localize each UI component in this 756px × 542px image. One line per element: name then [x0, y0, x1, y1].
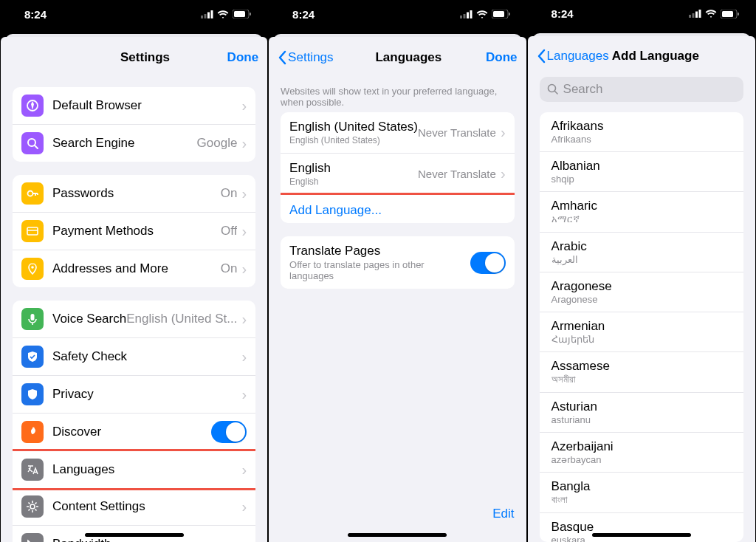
- language-option[interactable]: AragoneseAragonese: [540, 272, 743, 312]
- tab-strip: [1, 28, 267, 41]
- svg-rect-11: [27, 227, 38, 235]
- settings-group: Default Browser›Search EngineGoogle›: [13, 87, 255, 162]
- chevron-right-icon: ›: [241, 349, 247, 366]
- svg-line-9: [35, 145, 38, 148]
- cellular-icon: [460, 10, 472, 18]
- done-button[interactable]: Done: [473, 50, 518, 65]
- bw-icon: [21, 533, 44, 542]
- settings-row-privacy[interactable]: Privacy›: [13, 376, 255, 414]
- svg-line-35: [554, 91, 557, 94]
- chevron-right-icon: ›: [241, 386, 247, 403]
- chevron-right-icon: ›: [241, 261, 247, 278]
- gear-icon: [21, 495, 44, 518]
- back-button[interactable]: Settings: [278, 50, 344, 65]
- settings-group: PasswordsOn›Payment MethodsOff›Addresses…: [13, 175, 255, 287]
- language-option[interactable]: Banglaবাংলা: [540, 473, 743, 513]
- row-value: English (United St...: [126, 312, 237, 326]
- toggle[interactable]: [211, 421, 247, 443]
- row-label: Voice Search: [52, 312, 126, 326]
- settings-row-discover[interactable]: Discover: [13, 414, 255, 451]
- language-list: English (United States)English (United S…: [281, 112, 514, 223]
- battery-icon: [492, 10, 510, 18]
- settings-row-payment-methods[interactable]: Payment MethodsOff›: [13, 213, 255, 250]
- settings-row-safety-check[interactable]: Safety Check›: [13, 338, 255, 376]
- translate-sub: Offer to translate pages in other langua…: [289, 259, 470, 281]
- svg-rect-2: [207, 12, 210, 18]
- chevron-right-icon: ›: [501, 165, 506, 182]
- language-option[interactable]: Asturianasturianu: [540, 393, 743, 433]
- home-indicator[interactable]: [592, 533, 691, 537]
- chevron-right-icon: ›: [241, 311, 247, 328]
- navbar: Settings Languages Done: [269, 41, 526, 74]
- settings-row-addresses-and-more[interactable]: Addresses and MoreOn›: [13, 250, 255, 287]
- shield-icon: [21, 346, 44, 368]
- done-button[interactable]: Done: [214, 50, 258, 65]
- row-label: Passwords: [52, 186, 221, 201]
- edit-button[interactable]: Edit: [492, 507, 514, 521]
- language-option[interactable]: Albanianshqip: [540, 152, 743, 192]
- tab-strip: [528, 27, 755, 41]
- home-indicator[interactable]: [85, 533, 184, 537]
- navbar: Settings Done: [1, 41, 267, 74]
- status-bar: 8:24: [528, 0, 755, 27]
- screen-languages: 8:24 Settings Languages Done Websites wi…: [269, 0, 526, 542]
- battery-icon: [233, 10, 251, 18]
- settings-row-passwords[interactable]: PasswordsOn›: [13, 175, 255, 213]
- language-native: Հայերեն: [551, 334, 732, 345]
- language-sub: English (United States): [289, 135, 418, 145]
- svg-rect-14: [31, 314, 35, 320]
- language-row[interactable]: English (United States)English (United S…: [281, 112, 514, 154]
- language-name: Afrikaans: [551, 119, 732, 134]
- cellular-icon: [689, 10, 701, 18]
- language-option[interactable]: Basqueeuskara: [540, 513, 743, 542]
- settings-row-search-engine[interactable]: Search EngineGoogle›: [13, 125, 255, 162]
- language-name: Arabic: [551, 239, 732, 254]
- svg-point-10: [28, 191, 33, 196]
- navbar: Languages Add Language: [528, 41, 755, 72]
- status-bar: 8:24: [1, 0, 267, 28]
- lang-icon: [21, 459, 44, 481]
- language-row[interactable]: EnglishEnglishNever Translate›: [281, 154, 514, 195]
- page-title: Settings: [76, 50, 214, 65]
- svg-rect-23: [470, 10, 472, 18]
- language-option[interactable]: Assameseঅসমীয়া: [540, 352, 743, 393]
- card-icon: [21, 220, 44, 242]
- search-input[interactable]: Search: [540, 77, 743, 102]
- page-title: Add Language: [609, 49, 702, 64]
- language-option[interactable]: ArmenianՀայերեն: [540, 312, 743, 352]
- add-language-button[interactable]: Add Language...: [281, 193, 514, 223]
- battery-icon: [721, 10, 739, 18]
- language-name: Basque: [551, 520, 732, 535]
- row-label: Languages: [52, 462, 241, 477]
- language-option[interactable]: Arabicالعربية: [540, 233, 743, 272]
- available-languages-list[interactable]: AfrikaansAfrikaansAlbanianshqipAmharicአማ…: [540, 112, 743, 542]
- svg-rect-26: [509, 13, 510, 16]
- home-indicator[interactable]: [348, 533, 447, 537]
- compass-icon: [21, 95, 44, 117]
- language-native: বাংলা: [551, 494, 732, 506]
- language-option[interactable]: Azerbaijaniazərbaycan: [540, 433, 743, 473]
- svg-rect-5: [234, 11, 245, 17]
- translate-status: Never Translate: [418, 126, 496, 139]
- chevron-right-icon: ›: [241, 536, 247, 543]
- language-name: Bangla: [551, 479, 732, 494]
- chevron-left-icon: [278, 50, 286, 65]
- language-option[interactable]: AfrikaansAfrikaans: [540, 112, 743, 152]
- chevron-right-icon: ›: [241, 97, 247, 114]
- language-native: Afrikaans: [551, 134, 732, 145]
- language-option[interactable]: Amharicአማርኛ: [540, 192, 743, 233]
- svg-rect-27: [689, 15, 691, 18]
- settings-row-content-settings[interactable]: Content Settings›: [13, 488, 255, 526]
- status-icons: [201, 10, 251, 18]
- settings-row-languages[interactable]: Languages›: [13, 449, 255, 490]
- translate-status: Never Translate: [418, 168, 496, 180]
- settings-list[interactable]: Default Browser›Search EngineGoogle›Pass…: [1, 74, 267, 542]
- back-button[interactable]: Languages: [537, 49, 609, 64]
- add-language-label: Add Language...: [289, 203, 382, 218]
- language-name: Amharic: [551, 199, 732, 213]
- settings-row-voice-search[interactable]: Voice SearchEnglish (United St...›: [13, 301, 255, 338]
- translate-toggle[interactable]: [470, 252, 506, 274]
- settings-row-default-browser[interactable]: Default Browser›: [13, 87, 255, 125]
- row-label: Search Engine: [52, 136, 197, 151]
- svg-point-15: [30, 504, 35, 509]
